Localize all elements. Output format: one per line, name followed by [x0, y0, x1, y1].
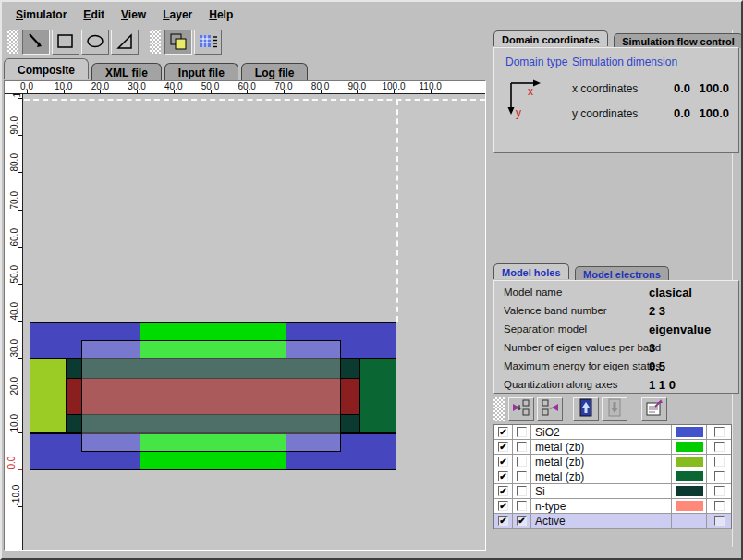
highlight-checkbox[interactable]: [517, 457, 527, 467]
add-region-button[interactable]: +: [508, 397, 534, 421]
vruler-label: 0.0: [6, 457, 17, 469]
model-row-value: 1 1 0: [649, 378, 676, 392]
metal-left-block[interactable]: [30, 359, 67, 432]
tab-model-electrons[interactable]: Model electrons: [575, 266, 669, 281]
material-name: metal (zb): [531, 469, 672, 483]
drawing-area: 0.010.020.030.040.050.060.070.080.090.01…: [4, 80, 486, 551]
visibility-checkbox[interactable]: ✔: [498, 501, 508, 511]
model-row-value: eigenvalue: [649, 323, 711, 336]
move-up-button[interactable]: [573, 397, 599, 421]
x-max-value: 100.0: [690, 81, 729, 95]
y-max-value: 100.0: [690, 106, 729, 120]
material-row-metal-zb-[interactable]: ✔metal (zb): [494, 455, 731, 469]
material-row-n-type[interactable]: ✔n-type: [494, 499, 731, 514]
properties-panel: Domain coordinates Simulation flow contr…: [490, 2, 743, 558]
move-down-icon: [604, 397, 625, 421]
menu-layer[interactable]: Layer: [154, 7, 201, 22]
material-row-si[interactable]: ✔Si: [494, 484, 731, 499]
extra-checkbox[interactable]: [714, 427, 725, 437]
extra-checkbox[interactable]: [714, 516, 725, 526]
grid-view-button[interactable]: [194, 30, 222, 55]
model-row-label: Number of eigen values per band: [504, 342, 661, 353]
tab-composite[interactable]: Composite: [4, 58, 89, 79]
vruler-label: 10.0: [9, 414, 19, 432]
menu-view[interactable]: View: [113, 7, 154, 22]
visibility-checkbox[interactable]: ✔: [498, 471, 508, 481]
rectangle-tool-button[interactable]: [52, 30, 79, 55]
highlight-checkbox[interactable]: [517, 471, 527, 481]
material-row-metal-zb-[interactable]: ✔metal (zb): [494, 440, 731, 455]
tab-xml-file[interactable]: XML file: [91, 63, 162, 81]
tab-input-file[interactable]: Input file: [164, 63, 238, 81]
layer-toolbar-grip[interactable]: [493, 397, 505, 421]
pointer-icon: [26, 31, 46, 52]
model-row-label: Separation model: [504, 323, 587, 335]
active-region-highlight[interactable]: [81, 340, 342, 452]
model-row-value: clasical: [649, 286, 692, 299]
pointer-tool-button[interactable]: [22, 30, 50, 55]
visibility-checkbox[interactable]: ✔: [498, 486, 508, 496]
material-color-swatch[interactable]: [676, 486, 703, 496]
highlight-checkbox[interactable]: ✔: [517, 516, 527, 526]
svg-text:-: -: [549, 401, 553, 412]
visibility-checkbox[interactable]: ✔: [498, 457, 508, 467]
remove-region-button[interactable]: -: [537, 397, 563, 421]
move-down-button[interactable]: [602, 397, 627, 421]
visibility-checkbox[interactable]: ✔: [498, 427, 508, 437]
material-color-swatch[interactable]: [676, 427, 703, 437]
extra-checkbox[interactable]: [714, 501, 725, 511]
model-row-value: 3: [649, 341, 655, 355]
material-name: metal (zb): [531, 455, 672, 469]
region-properties-button[interactable]: [641, 397, 667, 421]
material-row-sio2[interactable]: ✔SiO2: [494, 425, 731, 440]
properties-icon: [644, 397, 664, 421]
tab-simulation-flow-control[interactable]: Simulation flow control: [614, 33, 743, 48]
ellipse-tool-button[interactable]: [81, 30, 109, 55]
vruler-label: 70.0: [9, 191, 19, 209]
material-row-active[interactable]: ✔✔Active: [494, 514, 731, 529]
extra-checkbox[interactable]: [714, 486, 725, 496]
toolbar-grip-2[interactable]: [150, 30, 161, 54]
model-row-label: Model name: [504, 286, 562, 298]
highlight-checkbox[interactable]: [517, 427, 527, 437]
extra-checkbox[interactable]: [714, 457, 725, 467]
highlight-checkbox[interactable]: [517, 501, 527, 511]
visibility-checkbox[interactable]: ✔: [498, 442, 508, 452]
material-color-swatch[interactable]: [676, 501, 703, 511]
menu-help[interactable]: Help: [201, 7, 241, 22]
model-row-value: 0.5: [649, 359, 665, 373]
toolbar-grip[interactable]: [7, 30, 18, 54]
material-color-swatch[interactable]: [676, 471, 703, 481]
material-name: Active: [531, 514, 672, 528]
model-row-label: Valence band number: [504, 305, 607, 316]
add-region-icon: +: [511, 397, 531, 421]
triangle-tool-button[interactable]: [111, 30, 139, 55]
model-row-value: 2 3: [649, 304, 665, 318]
overlap-regions-button[interactable]: [164, 30, 192, 55]
visibility-checkbox[interactable]: ✔: [498, 516, 508, 526]
material-name: SiO2: [531, 425, 672, 439]
menu-simulator[interactable]: Simulator: [7, 7, 75, 22]
extra-checkbox[interactable]: [714, 471, 725, 481]
material-name: metal (zb): [531, 440, 672, 454]
extra-checkbox[interactable]: [714, 442, 725, 452]
highlight-checkbox[interactable]: [517, 442, 527, 452]
menu-edit[interactable]: Edit: [75, 7, 113, 22]
tab-log-file[interactable]: Log file: [241, 63, 309, 81]
app-window: SimulatorEditViewLayerHelp: [0, 0, 743, 560]
tab-model-holes[interactable]: Model holes: [493, 263, 569, 279]
material-color-swatch[interactable]: [676, 457, 703, 467]
remove-region-icon: -: [540, 397, 560, 421]
material-color-swatch[interactable]: [676, 516, 703, 526]
domain-boundary-top-line: [24, 99, 485, 101]
highlight-checkbox[interactable]: [517, 486, 527, 496]
material-name: Si: [531, 484, 672, 498]
x-axis-label: x: [528, 85, 533, 98]
metal-right-block[interactable]: [359, 359, 396, 432]
tab-domain-coordinates[interactable]: Domain coordinates: [493, 30, 608, 46]
material-row-metal-zb-[interactable]: ✔metal (zb): [494, 469, 731, 484]
material-color-swatch[interactable]: [676, 442, 703, 452]
layer-toolbar: + -: [493, 396, 670, 423]
vruler-label: 90.0: [9, 116, 19, 134]
structure-canvas[interactable]: [24, 95, 485, 550]
